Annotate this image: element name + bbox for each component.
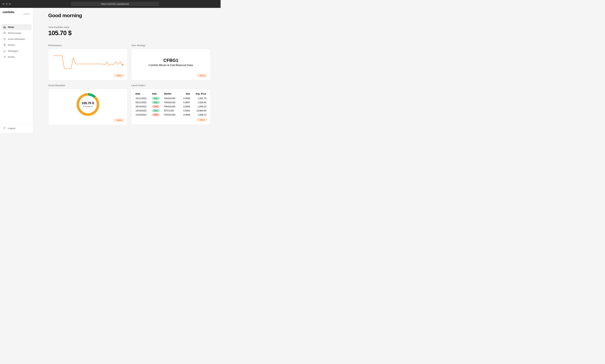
allocation-card: 105.70 $ 3 Positions › More bbox=[48, 89, 128, 125]
sidebar: coinfolio .CAPITAL Home Performance Asse… bbox=[0, 8, 33, 133]
cell-side: Buy bbox=[151, 100, 163, 104]
cell-side: Buy bbox=[151, 109, 163, 113]
sidebar-item-performance[interactable]: Performance bbox=[1, 30, 32, 36]
window-controls bbox=[2, 3, 11, 5]
sidebar-item-orders[interactable]: Orders bbox=[1, 42, 32, 48]
logout-label: Logout bbox=[8, 127, 15, 130]
strategy-section: Your Strategy CFBG1 Coinfolio Bitcoin & … bbox=[131, 44, 210, 80]
orders-table: Date Side Market Size Avg. Price 10/11/2… bbox=[135, 92, 207, 117]
cell-side: Sell bbox=[151, 113, 163, 117]
donut-center-value: 105.70 $ bbox=[82, 101, 94, 105]
section-label: Asset Allocation bbox=[48, 84, 128, 87]
sidebar-item-label: Home bbox=[8, 26, 14, 28]
cell-market: PAXG/USD bbox=[163, 104, 180, 109]
sidebar-item-label: Profile bbox=[8, 56, 15, 58]
cell-side: Sell bbox=[151, 104, 163, 109]
presentation-chart-icon bbox=[3, 32, 6, 35]
page-title: Good morning bbox=[48, 13, 210, 18]
side-badge: Buy bbox=[152, 97, 160, 100]
col-date: Date bbox=[135, 92, 151, 96]
kpi-block: Total Portfolio Value 105.70 $ bbox=[48, 26, 210, 37]
section-label: Your Strategy bbox=[131, 44, 210, 47]
cell-size: 0.0005 bbox=[180, 104, 191, 109]
chevron-right-icon: › bbox=[199, 74, 199, 77]
sidebar-item-label: Performance bbox=[8, 32, 21, 34]
puzzle-icon bbox=[3, 50, 6, 52]
cell-date: 14/10/2022 bbox=[135, 113, 151, 117]
cell-market: BTC/USD bbox=[163, 109, 180, 113]
cell-side: Buy bbox=[151, 96, 163, 100]
sidebar-item-label: Strategies bbox=[8, 50, 19, 52]
sidebar-item-home[interactable]: Home bbox=[1, 24, 32, 30]
chevron-right-icon: › bbox=[199, 119, 199, 121]
cell-date: 20/10/2022 bbox=[135, 104, 151, 109]
pie-chart-icon bbox=[3, 38, 6, 40]
user-icon bbox=[3, 56, 6, 58]
svg-point-6 bbox=[122, 64, 123, 65]
more-button-performance[interactable]: › More bbox=[114, 74, 124, 77]
strategy-card: CFBG1 Coinfolio Bitcoin & Gold Balanced … bbox=[131, 49, 210, 80]
cell-size: 0.0007 bbox=[180, 100, 191, 104]
clipboard-icon bbox=[3, 44, 6, 47]
table-row: 20/10/2022SellPAXG/USD0.00051,635.20 bbox=[135, 104, 207, 109]
side-badge: Sell bbox=[152, 113, 160, 116]
cell-market: PAXG/USD bbox=[163, 100, 180, 104]
performance-section: Performance › More bbox=[48, 44, 128, 80]
table-row: 14/10/2022SellPAXG/USD0.00061,658.10 bbox=[135, 113, 207, 117]
table-row: 03/11/2022BuyPAXG/USD0.00071,628.40 bbox=[135, 100, 207, 104]
col-size: Size bbox=[180, 92, 191, 96]
sidebar-item-label: Orders bbox=[8, 44, 15, 46]
kpi-label: Total Portfolio Value bbox=[48, 26, 210, 28]
logout-icon bbox=[3, 127, 6, 130]
maximize-window-icon[interactable] bbox=[9, 3, 11, 5]
sidebar-item-label: Asset Allocation bbox=[8, 38, 25, 40]
col-avg-price: Avg. Price bbox=[191, 92, 207, 96]
cell-avg-price: 1,628.40 bbox=[191, 100, 207, 104]
minimize-window-icon[interactable] bbox=[6, 3, 8, 5]
more-label: More bbox=[117, 74, 122, 77]
cell-date: 14/10/2022 bbox=[135, 109, 151, 113]
url-bar[interactable]: https://coinfolio.capital/portal bbox=[71, 2, 159, 6]
kpi-value: 105.70 $ bbox=[48, 29, 210, 37]
chevron-right-icon: › bbox=[116, 74, 116, 77]
sidebar-footer: Logout bbox=[0, 124, 33, 133]
cell-size: 0.0001 bbox=[180, 109, 191, 113]
cell-date: 10/11/2022 bbox=[135, 96, 151, 100]
performance-sparkline bbox=[51, 52, 124, 73]
section-label: Latest Orders bbox=[131, 84, 210, 87]
side-badge: Sell bbox=[152, 105, 160, 108]
more-button-strategy[interactable]: › More bbox=[197, 74, 207, 77]
more-button-allocation[interactable]: › More bbox=[114, 118, 124, 122]
chevron-right-icon: › bbox=[116, 119, 116, 121]
more-label: More bbox=[200, 74, 205, 77]
cell-size: 0.0005 bbox=[180, 96, 191, 100]
more-button-orders[interactable]: › More bbox=[197, 118, 207, 122]
performance-card: › More bbox=[48, 49, 128, 80]
side-badge: Buy bbox=[152, 109, 160, 112]
cell-avg-price: 1,635.20 bbox=[191, 104, 207, 109]
table-row: 14/10/2022BuyBTC/USD0.000119,663.00 bbox=[135, 109, 207, 113]
allocation-donut: 105.70 $ 3 Positions bbox=[75, 92, 101, 117]
cell-avg-price: 1,658.10 bbox=[191, 113, 207, 117]
cell-market: PAXG/USD bbox=[163, 96, 180, 100]
sidebar-item-profile[interactable]: Profile bbox=[1, 54, 32, 60]
orders-card: Date Side Market Size Avg. Price 10/11/2… bbox=[131, 89, 210, 125]
close-window-icon[interactable] bbox=[2, 3, 4, 5]
brand-logo: coinfolio .CAPITAL bbox=[0, 8, 33, 16]
col-side: Side bbox=[151, 92, 163, 96]
col-market: Market bbox=[163, 92, 180, 96]
sidebar-item-strategies[interactable]: Strategies bbox=[1, 48, 32, 54]
home-icon bbox=[3, 26, 6, 28]
logout-button[interactable]: Logout bbox=[3, 127, 30, 130]
cell-market: PAXG/USD bbox=[163, 113, 180, 117]
section-label: Performance bbox=[48, 44, 128, 47]
cell-avg-price: 1,602.70 bbox=[191, 96, 207, 100]
sidebar-item-asset-allocation[interactable]: Asset Allocation bbox=[1, 36, 32, 42]
sidebar-nav: Home Performance Asset Allocation Orders… bbox=[0, 16, 33, 124]
donut-positions-label: 3 Positions bbox=[83, 105, 93, 108]
allocation-section: Asset Allocation 105.70 $ 3 Positions › bbox=[48, 84, 128, 125]
cell-date: 03/11/2022 bbox=[135, 100, 151, 104]
more-label: More bbox=[200, 119, 205, 121]
orders-section: Latest Orders Date Side Market Size Avg.… bbox=[131, 84, 210, 125]
browser-chrome: https://coinfolio.capital/portal bbox=[0, 0, 220, 8]
